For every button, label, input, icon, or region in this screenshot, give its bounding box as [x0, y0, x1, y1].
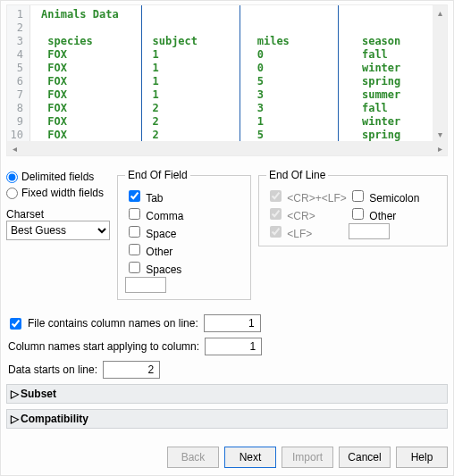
- eol-legend: End Of Line: [266, 169, 328, 181]
- scroll-left-icon[interactable]: ◂: [7, 141, 21, 155]
- triangle-right-icon: ▷: [11, 413, 19, 425]
- eof-other-input[interactable]: [125, 277, 166, 293]
- scroll-up-icon[interactable]: ▴: [433, 5, 447, 20]
- eof-legend: End Of Field: [125, 169, 190, 181]
- help-button[interactable]: Help: [396, 447, 448, 468]
- scroll-right-icon[interactable]: ▸: [433, 141, 447, 155]
- eol-lf-checkbox[interactable]: <LF>: [266, 223, 312, 240]
- compatibility-label: Compatibility: [21, 413, 88, 425]
- next-button[interactable]: Next: [224, 447, 276, 468]
- end-of-line-group: End Of Line <CR>+<LF> Semicolon <CR> Oth…: [258, 169, 448, 246]
- eof-other-checkbox[interactable]: Other: [125, 241, 172, 258]
- datastart-label: Data starts on line:: [8, 363, 97, 376]
- datastart-input[interactable]: 2: [103, 361, 160, 379]
- eof-space-checkbox[interactable]: Space: [125, 223, 176, 240]
- button-bar: Back Next Import Cancel Help: [6, 441, 448, 468]
- data-preview: 1Animals Data 2 3 species subject miles …: [6, 4, 448, 156]
- subset-label: Subset: [21, 388, 56, 400]
- colnames-line-input[interactable]: 1: [204, 314, 261, 332]
- eol-crlf-checkbox[interactable]: <CR>+<LF>: [266, 188, 347, 205]
- delimited-fields-radio[interactable]: Delimited fields: [6, 169, 110, 185]
- file-has-colnames-checkbox[interactable]: File contains column names on line:: [6, 315, 198, 332]
- end-of-field-group: End Of Field Tab Comma Space Other Space…: [117, 169, 251, 300]
- colnames-line-label: File contains column names on line:: [28, 317, 198, 330]
- applycol-input[interactable]: 1: [205, 338, 262, 355]
- eol-cr-checkbox[interactable]: <CR>: [266, 205, 315, 222]
- eol-semicolon-checkbox[interactable]: Semicolon: [349, 188, 419, 205]
- cancel-button[interactable]: Cancel: [339, 447, 391, 468]
- fixed-width-fields-label: Fixed width fields: [21, 187, 104, 199]
- compatibility-section[interactable]: ▷ Compatibility: [6, 409, 448, 429]
- back-button[interactable]: Back: [167, 447, 219, 468]
- applycol-label: Column names start applying to column:: [8, 340, 199, 353]
- import-button[interactable]: Import: [282, 447, 333, 468]
- eof-comma-checkbox[interactable]: Comma: [125, 205, 183, 222]
- eol-other-input[interactable]: [349, 223, 390, 239]
- eof-spaces-checkbox[interactable]: Spaces: [125, 259, 181, 276]
- preview-vertical-scrollbar[interactable]: ▴ ▾: [433, 5, 447, 141]
- scroll-down-icon[interactable]: ▾: [433, 127, 447, 141]
- preview-horizontal-scrollbar[interactable]: ◂ ▸: [7, 141, 447, 155]
- charset-label: Charset: [6, 208, 110, 221]
- triangle-right-icon: ▷: [11, 388, 19, 400]
- preview-rows: 1Animals Data 2 3 species subject miles …: [7, 5, 454, 142]
- eof-tab-checkbox[interactable]: Tab: [125, 188, 163, 205]
- eol-other-checkbox[interactable]: Other: [349, 205, 396, 222]
- subset-section[interactable]: ▷ Subset: [6, 384, 448, 404]
- charset-select[interactable]: Best Guess: [6, 221, 110, 240]
- fixed-width-fields-radio[interactable]: Fixed width fields: [6, 185, 110, 201]
- preview-title: Animals Data: [41, 8, 119, 21]
- delimited-fields-label: Delimited fields: [21, 171, 94, 183]
